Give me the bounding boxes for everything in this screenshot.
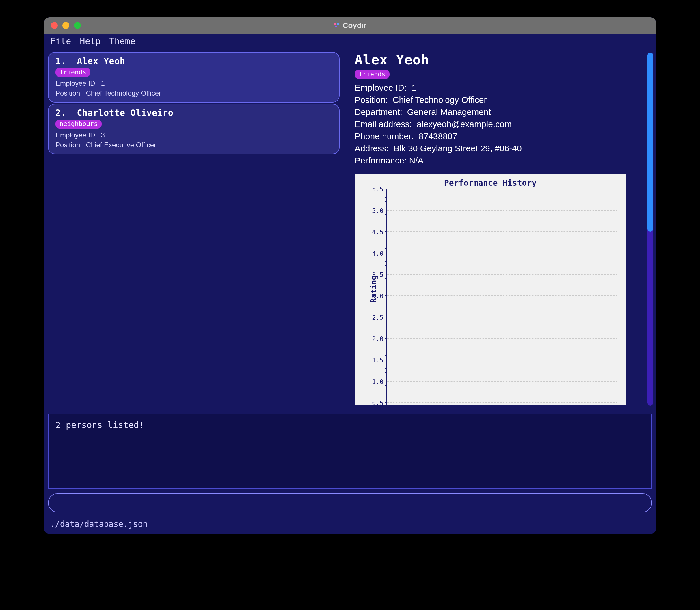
- chart-ytick-label: 5.5: [372, 186, 384, 193]
- chart-minor-tick: [385, 201, 387, 202]
- detail-pane: Alex Yeoh friends Employee ID: 1 Positio…: [344, 49, 656, 410]
- chart-gridline: 2.5: [387, 317, 617, 317]
- detail-position: Position: Chief Technology Officer: [355, 94, 653, 106]
- detail-address: Address: Blk 30 Geylang Street 29, #06-4…: [355, 142, 653, 155]
- detail-department: Department: General Management: [355, 106, 653, 118]
- menubar: File Help Theme: [44, 33, 656, 49]
- chart-minor-tick: [385, 368, 387, 369]
- person-position: Position: Chief Executive Officer: [55, 140, 332, 150]
- chart-minor-tick: [385, 308, 387, 308]
- person-employee-id: Employee ID: 3: [55, 130, 332, 140]
- chart-minor-tick: [385, 219, 387, 219]
- person-name: Charlotte Oliveiro: [77, 108, 173, 118]
- chart-minor-tick: [385, 317, 387, 317]
- chart-minor-tick: [385, 398, 387, 398]
- chart-gridline: 3.0: [387, 295, 617, 296]
- chart-gridline: 0.5: [387, 402, 617, 403]
- person-card-title: 2. Charlotte Oliveiro: [55, 108, 332, 118]
- chart-minor-tick: [385, 295, 387, 296]
- chart-minor-tick: [385, 342, 387, 343]
- command-input[interactable]: [48, 493, 652, 512]
- chart-minor-tick: [385, 261, 387, 262]
- menu-theme[interactable]: Theme: [110, 36, 135, 46]
- chart-ytick-label: 2.0: [372, 335, 384, 342]
- window-title-text: Coydir: [343, 21, 367, 30]
- chart-minor-tick: [385, 283, 387, 283]
- status-path: ./data/database.json: [50, 519, 148, 529]
- tag-badge: friends: [355, 70, 390, 79]
- close-icon[interactable]: [51, 22, 58, 29]
- chart-minor-tick: [385, 376, 387, 377]
- person-list[interactable]: 1. Alex Yeoh friends Employee ID: 1 Posi…: [44, 49, 344, 410]
- chart-gridline: 2.0: [387, 338, 617, 339]
- result-text: 2 persons listed!: [55, 420, 144, 430]
- chart-title: Performance History: [360, 178, 620, 188]
- svg-rect-2: [335, 26, 337, 28]
- chart-ytick-label: 1.5: [372, 357, 384, 364]
- person-card[interactable]: 1. Alex Yeoh friends Employee ID: 1 Posi…: [48, 52, 340, 102]
- chart-minor-tick: [385, 240, 387, 240]
- chart-gridline: 5.5: [387, 189, 617, 189]
- chart-gridline: 4.5: [387, 231, 617, 232]
- chart-minor-tick: [385, 372, 387, 373]
- chart-minor-tick: [385, 351, 387, 351]
- person-card-title: 1. Alex Yeoh: [55, 56, 332, 66]
- menu-help[interactable]: Help: [80, 36, 100, 46]
- app-icon: [333, 22, 340, 29]
- chart-minor-tick: [385, 300, 387, 300]
- chart-minor-tick: [385, 248, 387, 249]
- chart-gridline: 1.0: [387, 381, 617, 382]
- chart-minor-tick: [385, 347, 387, 347]
- chart-ytick-label: 2.5: [372, 314, 384, 321]
- window-title: Coydir: [44, 21, 656, 30]
- minimize-icon[interactable]: [62, 22, 69, 29]
- chart-gridline: 1.5: [387, 359, 617, 360]
- chart-minor-tick: [385, 304, 387, 304]
- person-card[interactable]: 2. Charlotte Oliveiro neighbours Employe…: [48, 104, 340, 154]
- detail-body: friends Employee ID: 1 Position: Chief T…: [355, 69, 653, 167]
- detail-email: Email address: alexyeoh@example.com: [355, 118, 653, 130]
- chart-gridline: 4.0: [387, 253, 617, 253]
- chart-minor-tick: [385, 394, 387, 394]
- chart-minor-tick: [385, 270, 387, 270]
- chart-minor-tick: [385, 253, 387, 253]
- chart-minor-tick: [385, 381, 387, 381]
- chart-ytick-label: 4.5: [372, 228, 384, 236]
- status-bar: ./data/database.json: [44, 517, 656, 534]
- svg-rect-1: [337, 23, 339, 25]
- scrollbar-thumb[interactable]: [648, 52, 653, 231]
- chart-ytick-label: 3.0: [372, 293, 384, 300]
- menu-file[interactable]: File: [50, 36, 71, 46]
- svg-rect-0: [334, 23, 336, 25]
- chart-minor-tick: [385, 291, 387, 291]
- traffic-lights: [51, 22, 81, 29]
- chart-minor-tick: [385, 189, 387, 189]
- chart-minor-tick: [385, 385, 387, 386]
- chart-minor-tick: [385, 236, 387, 236]
- chart-minor-tick: [385, 278, 387, 279]
- tag-badge: friends: [55, 68, 91, 77]
- chart-minor-tick: [385, 334, 387, 334]
- chart-minor-tick: [385, 402, 387, 403]
- chart-gridline: 3.5: [387, 274, 617, 275]
- chart-minor-tick: [385, 330, 387, 330]
- chart-ytick-label: 5.0: [372, 207, 384, 214]
- detail-performance: Performance: N/A: [355, 155, 653, 167]
- chart-minor-tick: [385, 244, 387, 244]
- result-panel: 2 persons listed!: [48, 414, 652, 489]
- maximize-icon[interactable]: [74, 22, 81, 29]
- chart-minor-tick: [385, 223, 387, 223]
- person-name: Alex Yeoh: [77, 56, 125, 66]
- app-window: Coydir File Help Theme 1. Alex Yeoh frie…: [44, 17, 656, 534]
- detail-employee-id: Employee ID: 1: [355, 82, 653, 94]
- command-wrap: [48, 491, 652, 515]
- titlebar: Coydir: [44, 17, 656, 33]
- chart-ytick-label: 3.5: [372, 271, 384, 278]
- chart-minor-tick: [385, 364, 387, 364]
- chart-minor-tick: [385, 227, 387, 227]
- content-split: 1. Alex Yeoh friends Employee ID: 1 Posi…: [44, 49, 656, 410]
- tag-badge: neighbours: [55, 119, 102, 129]
- chart-minor-tick: [385, 206, 387, 206]
- person-index: 1.: [55, 56, 66, 66]
- performance-chart: Performance History Rating 0.51.01.52.02…: [355, 174, 626, 405]
